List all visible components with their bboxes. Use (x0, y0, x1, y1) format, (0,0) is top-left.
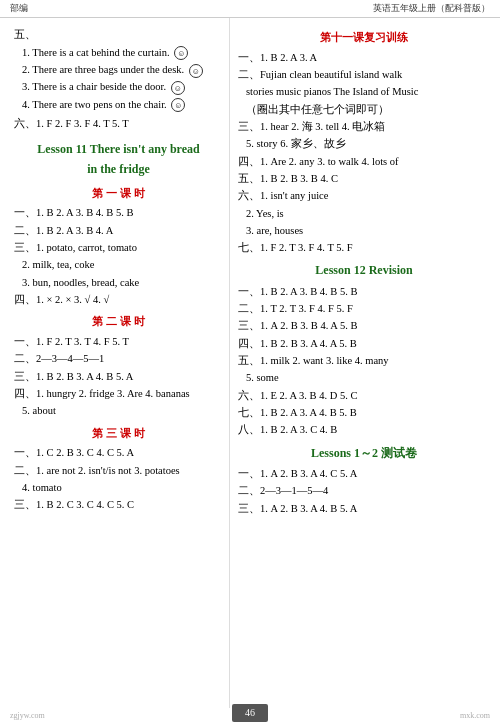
label: 七、 (238, 242, 260, 253)
list-item: 一、1. F 2. T 3. T 4. F 5. T (14, 333, 223, 350)
section-title-11: 第十一课复习训练 (238, 28, 490, 47)
section-six: 六、1. F 2. F 3. F 4. T 5. T (14, 115, 223, 133)
list-item: 八、1. B 2. A 3. C 4. B (238, 421, 490, 438)
label: 二、 (238, 69, 260, 80)
list-item: stories music pianos The Island of Music (238, 83, 490, 100)
list-item: 六、1. isn't any juice (238, 187, 490, 204)
list-item: 四、1. × 2. × 3. √ 4. √ (14, 291, 223, 308)
list-item: 四、1. B 2. B 3. A 4. A 5. B (238, 335, 490, 352)
period3-title: 第 三 课 时 (14, 424, 223, 443)
lesson12-title: Lesson 12 Revision (238, 260, 490, 280)
period2-title: 第 二 课 时 (14, 312, 223, 331)
list-item: 五、1. B 2. B 3. B 4. C (238, 170, 490, 187)
label: 一、 (14, 207, 36, 218)
period1-content: 一、1. B 2. A 3. B 4. B 5. B 二、1. B 2. A 3… (14, 204, 223, 308)
smiley-icon: ☺ (189, 64, 203, 78)
list-item: 七、1. B 2. A 3. A 4. B 5. B (238, 404, 490, 421)
label: 三、 (238, 503, 260, 514)
label: 六、 (238, 190, 260, 201)
period3-content: 一、1. C 2. B 3. C 4. C 5. A 二、1. are not … (14, 444, 223, 513)
list-item: 一、1. C 2. B 3. C 4. C 5. A (14, 444, 223, 461)
lesson11-title-line1: Lesson 11 There isn't any bread (14, 139, 223, 159)
watermark-right: mxk.com (460, 711, 490, 720)
label: 一、 (238, 468, 260, 479)
list-item: 2. milk, tea, coke (14, 256, 223, 273)
period2-content: 一、1. F 2. T 3. T 4. F 5. T 二、2—3—4—5—1 三… (14, 333, 223, 420)
list-item: 3. are, houses (238, 222, 490, 239)
section-five-items: 1. There is a cat behind the curtain. ☺ … (14, 44, 223, 113)
list-item: 一、1. B 2. A 3. B 4. B 5. B (238, 283, 490, 300)
lessons-test-title: Lessons 1～2 测试卷 (238, 443, 490, 463)
list-item: 2. There are three bags under the desk. … (22, 61, 223, 78)
label: 七、 (238, 407, 260, 418)
page-number: 46 (232, 704, 268, 722)
list-item: 三、1. A 2. B 3. B 4. A 5. B (238, 317, 490, 334)
list-item: 三、1. hear 2. 海 3. tell 4. 电冰箱 (238, 118, 490, 135)
list-item: 4. There are two pens on the chair. ☺ (22, 96, 223, 113)
label: 四、 (238, 338, 260, 349)
list-item: 五、1. milk 2. want 3. like 4. many (238, 352, 490, 369)
label: 一、 (14, 336, 36, 347)
period1-title: 第 一 课 时 (14, 184, 223, 203)
lesson11-title-block: Lesson 11 There isn't any bread in the f… (14, 139, 223, 180)
smiley-icon: ☺ (171, 98, 185, 112)
section-five-label: 五、 (14, 29, 36, 40)
label: 一、 (14, 447, 36, 458)
list-item: 二、2—3—1—5—4 (238, 482, 490, 499)
label: 二、 (14, 353, 36, 364)
label: 一、 (238, 52, 260, 63)
list-item: 2. Yes, is (238, 205, 490, 222)
lesson11-title-line2: in the fridge (14, 159, 223, 179)
label: 八、 (238, 424, 260, 435)
list-item: 三、1. B 2. C 3. C 4. C 5. C (14, 496, 223, 513)
list-item: 一、1. B 2. A 3. B 4. B 5. B (14, 204, 223, 221)
list-item: 5. some (238, 369, 490, 386)
label: 三、 (238, 121, 260, 132)
list-item: （圈出其中任意七个词即可） (238, 101, 490, 118)
label: 二、 (14, 465, 36, 476)
left-column: 五、 1. There is a cat behind the curtain.… (0, 18, 230, 708)
list-item: 一、1. B 2. A 3. A (238, 49, 490, 66)
list-item: 5. story 6. 家乡、故乡 (238, 135, 490, 152)
header-left: 部编 (10, 2, 28, 15)
list-item: 3. There is a chair beside the door. ☺ (22, 78, 223, 95)
list-item: 一、1. A 2. B 3. A 4. C 5. A (238, 465, 490, 482)
list-item: 四、1. hungry 2. fridge 3. Are 4. bananas (14, 385, 223, 402)
label: 二、 (238, 485, 260, 496)
list-item: 三、1. B 2. B 3. A 4. B 5. A (14, 368, 223, 385)
list-item: 二、1. B 2. A 3. B 4. A (14, 222, 223, 239)
list-item: 四、1. Are 2. any 3. to walk 4. lots of (238, 153, 490, 170)
list-item: 二、2—3—4—5—1 (14, 350, 223, 367)
label: 四、 (14, 388, 36, 399)
right-column: 第十一课复习训练 一、1. B 2. A 3. A 二、Fujian clean… (230, 18, 500, 708)
content-area: 五、 1. There is a cat behind the curtain.… (0, 18, 500, 708)
smiley-icon: ☺ (171, 81, 185, 95)
watermark-left: zgjyw.com (10, 711, 45, 720)
list-item: 三、1. A 2. B 3. A 4. B 5. A (238, 500, 490, 517)
label: 四、 (14, 294, 36, 305)
list-item: 六、1. E 2. A 3. B 4. D 5. C (238, 387, 490, 404)
label: 三、 (14, 499, 36, 510)
label: 二、 (14, 225, 36, 236)
label: 五、 (238, 355, 260, 366)
label: 三、 (14, 371, 36, 382)
list-item: 七、1. F 2. T 3. F 4. T 5. F (238, 239, 490, 256)
list-item: 二、1. are not 2. isn't/is not 3. potatoes (14, 462, 223, 479)
section-six-label: 六、 (14, 118, 36, 129)
header-bar: 部编 英语五年级上册（配科普版） (0, 0, 500, 18)
list-item: 二、1. T 2. T 3. F 4. F 5. F (238, 300, 490, 317)
list-item: 三、1. potato, carrot, tomato (14, 239, 223, 256)
label: 六、 (238, 390, 260, 401)
label: 三、 (14, 242, 36, 253)
list-item: 二、Fujian clean beautiful island walk (238, 66, 490, 83)
list-item: 1. There is a cat behind the curtain. ☺ (22, 44, 223, 61)
list-item: 5. about (14, 402, 223, 419)
label: 一、 (238, 286, 260, 297)
smiley-icon: ☺ (174, 46, 188, 60)
label: 二、 (238, 303, 260, 314)
list-item: 3. bun, noodles, bread, cake (14, 274, 223, 291)
section-five: 五、 1. There is a cat behind the curtain.… (14, 26, 223, 113)
label: 三、 (238, 320, 260, 331)
list-item: 4. tomato (14, 479, 223, 496)
label: 五、 (238, 173, 260, 184)
